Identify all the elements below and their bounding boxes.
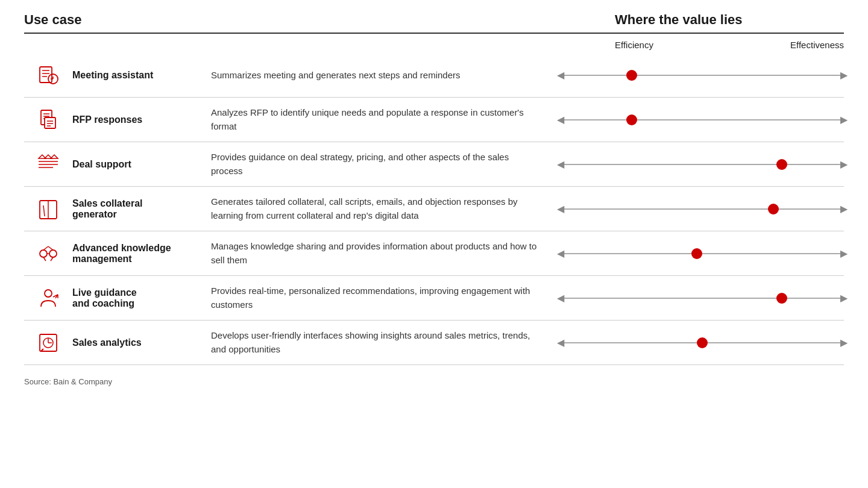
axis-labels: Efficiency Effectiveness bbox=[615, 34, 844, 54]
live-guidance-and-coaching-slider: ◀ ▶ bbox=[561, 289, 844, 307]
rfp-responses-track: ◀ ▶ bbox=[561, 119, 844, 120]
rfp-responses-arrow-left: ◀ bbox=[557, 115, 564, 125]
meeting-assistant-description: Summarizes meeting and generates next st… bbox=[211, 69, 561, 83]
svg-point-24 bbox=[40, 250, 47, 257]
sales-analytics-icon bbox=[24, 330, 72, 356]
meeting-assistant-icon bbox=[24, 62, 72, 89]
meeting-assistant-slider: ◀ ▶ bbox=[561, 66, 844, 84]
deal-support-arrow-left: ◀ bbox=[557, 160, 564, 169]
table-row: Live guidanceand coaching Provides real-… bbox=[24, 276, 844, 321]
rfp-responses-slider: ◀ ▶ bbox=[561, 111, 844, 129]
deal-support-dot bbox=[776, 159, 787, 170]
table-header: Use case Where the value lies bbox=[24, 12, 844, 34]
advanced-knowledge-management-name: Advanced knowledgemanagement bbox=[72, 243, 211, 264]
table-body: Meeting assistant Summarizes meeting and… bbox=[24, 54, 844, 365]
sales-analytics-dot bbox=[697, 337, 708, 348]
sales-analytics-name: Sales analytics bbox=[72, 337, 211, 348]
live-guidance-and-coaching-track: ◀ ▶ bbox=[561, 298, 844, 299]
rfp-responses-icon bbox=[24, 107, 72, 133]
sales-collateral-generator-dot bbox=[768, 204, 779, 214]
sales-analytics-slider: ◀ ▶ bbox=[561, 334, 844, 352]
meeting-assistant-arrow-left: ◀ bbox=[557, 70, 564, 80]
live-guidance-and-coaching-icon bbox=[24, 285, 72, 311]
sales-analytics-arrow-right: ▶ bbox=[840, 338, 848, 348]
axis-labels-row: Efficiency Effectiveness bbox=[24, 34, 844, 54]
svg-line-22 bbox=[43, 205, 45, 216]
svg-line-26 bbox=[43, 246, 48, 250]
svg-rect-11 bbox=[45, 117, 55, 128]
effectiveness-label: Effectiveness bbox=[790, 40, 844, 50]
use-case-header: Use case bbox=[24, 12, 615, 28]
sales-collateral-generator-arrow-left: ◀ bbox=[557, 204, 564, 214]
sales-analytics-track: ◀ ▶ bbox=[561, 342, 844, 343]
live-guidance-and-coaching-arrow-left: ◀ bbox=[557, 293, 564, 303]
meeting-assistant-dot bbox=[626, 70, 637, 81]
svg-line-27 bbox=[48, 246, 53, 250]
deal-support-arrow-right: ▶ bbox=[840, 160, 848, 169]
advanced-knowledge-management-track: ◀ ▶ bbox=[561, 253, 844, 254]
meeting-assistant-name: Meeting assistant bbox=[72, 70, 211, 81]
rfp-responses-description: Analyzes RFP to identify unique needs an… bbox=[211, 106, 561, 133]
table-row: Sales analytics Develops user-friendly i… bbox=[24, 321, 844, 365]
deal-support-slider: ◀ ▶ bbox=[561, 155, 844, 174]
sales-collateral-generator-arrow-right: ▶ bbox=[840, 204, 848, 214]
deal-support-description: Provides guidance on deal strategy, pric… bbox=[211, 151, 561, 178]
advanced-knowledge-management-dot bbox=[691, 248, 702, 259]
rfp-responses-name: RFP responses bbox=[72, 114, 211, 125]
efficiency-label: Efficiency bbox=[615, 40, 653, 50]
sales-collateral-generator-description: Generates tailored collateral, call scri… bbox=[211, 195, 561, 222]
sales-collateral-generator-name: Sales collateralgenerator bbox=[72, 198, 211, 220]
svg-line-29 bbox=[51, 257, 53, 261]
svg-point-25 bbox=[49, 250, 57, 257]
table-row: Deal support Provides guidance on deal s… bbox=[24, 142, 844, 187]
meeting-assistant-arrow-right: ▶ bbox=[840, 70, 848, 80]
live-guidance-and-coaching-description: Provides real-time, personalized recomme… bbox=[211, 284, 561, 311]
live-guidance-and-coaching-name: Live guidanceand coaching bbox=[72, 287, 211, 309]
table-row: Meeting assistant Summarizes meeting and… bbox=[24, 54, 844, 98]
live-guidance-and-coaching-dot bbox=[776, 293, 787, 304]
advanced-knowledge-management-arrow-right: ▶ bbox=[840, 249, 848, 258]
rfp-responses-dot bbox=[626, 114, 637, 125]
table-row: RFP responses Analyzes RFP to identify u… bbox=[24, 98, 844, 142]
svg-marker-17 bbox=[51, 155, 58, 158]
deal-support-track: ◀ ▶ bbox=[561, 164, 844, 165]
deal-support-name: Deal support bbox=[72, 159, 211, 170]
svg-point-31 bbox=[45, 290, 52, 297]
advanced-knowledge-management-icon bbox=[24, 240, 72, 267]
table-row: Sales collateralgenerator Generates tail… bbox=[24, 187, 844, 231]
svg-line-28 bbox=[43, 257, 46, 261]
meeting-assistant-track: ◀ ▶ bbox=[561, 75, 844, 76]
sales-collateral-generator-track: ◀ ▶ bbox=[561, 208, 844, 210]
advanced-knowledge-management-description: Manages knowledge sharing and provides i… bbox=[211, 240, 561, 267]
sales-collateral-generator-slider: ◀ ▶ bbox=[561, 200, 844, 218]
table-row: Advanced knowledgemanagement Manages kno… bbox=[24, 231, 844, 276]
deal-support-icon bbox=[24, 151, 72, 178]
live-guidance-and-coaching-arrow-right: ▶ bbox=[840, 293, 848, 303]
sales-analytics-description: Develops user-friendly interfaces showin… bbox=[211, 329, 561, 356]
sales-analytics-arrow-left: ◀ bbox=[557, 338, 564, 348]
advanced-knowledge-management-slider: ◀ ▶ bbox=[561, 245, 844, 263]
rfp-responses-arrow-right: ▶ bbox=[840, 115, 848, 125]
sales-collateral-generator-icon bbox=[24, 196, 72, 222]
advanced-knowledge-management-arrow-left: ◀ bbox=[557, 249, 564, 258]
source-text: Source: Bain & Company bbox=[24, 377, 844, 386]
value-header: Where the value lies bbox=[615, 12, 844, 28]
